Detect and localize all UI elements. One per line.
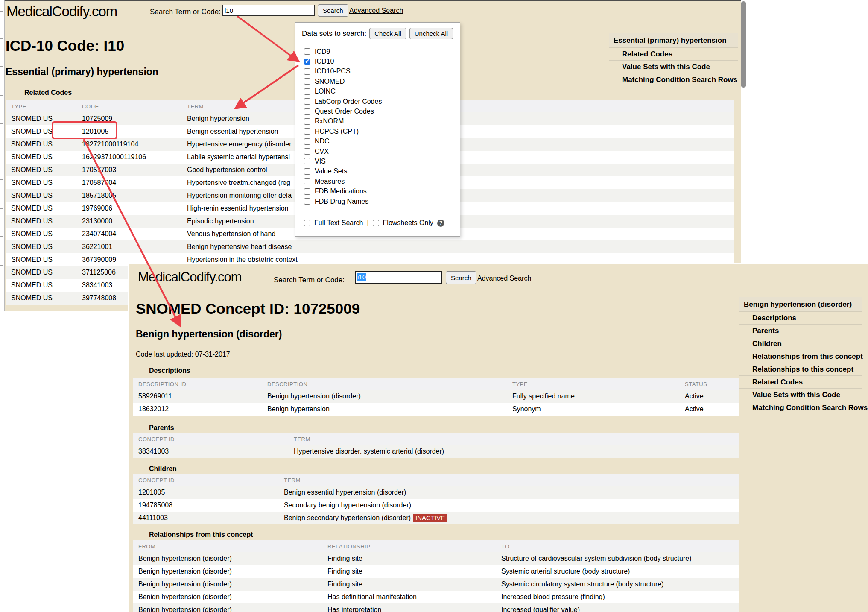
search-button[interactable]: Search xyxy=(446,271,476,284)
col-description-id: DESCRIPTION ID xyxy=(133,378,262,390)
flowsheets-only-checkbox[interactable] xyxy=(373,220,379,226)
sidebar-item[interactable]: Essential (primary) hypertension xyxy=(609,33,738,47)
cell-code[interactable]: 170587004 xyxy=(77,176,182,189)
sidebar-item[interactable]: Value Sets with this Code xyxy=(609,60,738,73)
relationships-from-legend: Relationships from this concept xyxy=(133,531,739,539)
dataset-option[interactable]: NDC xyxy=(304,137,382,146)
dataset-option-label: FDB Medications xyxy=(315,187,367,195)
dataset-option[interactable]: ICD10 xyxy=(304,56,382,66)
checkbox-icon[interactable] xyxy=(304,48,310,55)
dataset-option[interactable]: SNOMED xyxy=(304,76,382,86)
checkbox-icon[interactable] xyxy=(304,68,310,75)
cell-from: Benign hypertension (disorder) xyxy=(133,591,322,603)
inactive-badge: INACTIVE xyxy=(413,514,447,522)
check-all-button[interactable]: Check All xyxy=(369,28,406,39)
checkbox-icon[interactable] xyxy=(304,138,310,145)
checkbox-icon[interactable] xyxy=(304,168,310,175)
dataset-option-label: HCPCS (CPT) xyxy=(315,128,359,135)
cell-code[interactable]: 16229371000119106 xyxy=(77,151,182,164)
cell-concept-id[interactable]: 44111003 xyxy=(133,512,279,524)
checkbox-icon[interactable] xyxy=(304,88,310,95)
checkbox-icon[interactable] xyxy=(304,118,310,125)
parents-legend: Parents xyxy=(133,424,739,432)
sidebar-item[interactable]: Matching Condition Search Rows xyxy=(739,401,862,414)
sidebar-item[interactable]: Relationships from this concept xyxy=(739,350,862,363)
checkbox-icon[interactable] xyxy=(304,98,310,105)
cell-to: Structure of cardiovascular system subdi… xyxy=(496,552,739,565)
cell-term: Benign hypertensive heart disease xyxy=(182,240,734,253)
checkbox-icon[interactable] xyxy=(304,128,310,135)
dataset-option[interactable]: CVX xyxy=(304,146,382,156)
sidebar-item[interactable]: Value Sets with this Code xyxy=(739,388,862,401)
sidebar-item[interactable]: Related Codes xyxy=(739,375,862,388)
dataset-option[interactable]: ICD9 xyxy=(304,47,382,56)
dataset-option[interactable]: LabCorp Order Codes xyxy=(304,97,382,106)
cell-code[interactable]: 132721000119104 xyxy=(77,138,182,151)
sidebar-item[interactable]: Children xyxy=(739,337,862,350)
dropdown-footer: Full Text Search | Flowsheets Only ? xyxy=(304,219,444,227)
search-input[interactable] xyxy=(222,5,315,16)
cell-type: SNOMED US xyxy=(6,189,77,202)
advanced-search-link[interactable]: Advanced Search xyxy=(349,7,403,15)
checkbox-icon[interactable] xyxy=(304,178,310,184)
col-to: TO xyxy=(496,540,739,552)
cell-description-id: 18632012 xyxy=(133,403,262,416)
checkbox-icon[interactable] xyxy=(304,59,310,65)
uncheck-all-button[interactable]: Uncheck All xyxy=(409,28,453,39)
checkbox-icon[interactable] xyxy=(304,188,310,195)
table-row: 589269011 Benign hypertension (disorder)… xyxy=(133,390,739,403)
dataset-option[interactable]: VIS xyxy=(304,156,382,166)
table-row: Benign hypertension (disorder) Finding s… xyxy=(133,552,739,565)
site-logo[interactable]: MedicalCodify.com xyxy=(6,3,117,20)
dataset-option[interactable]: FDB Drug Names xyxy=(304,196,382,206)
dataset-option[interactable]: Measures xyxy=(304,176,382,186)
dataset-option[interactable]: LOINC xyxy=(304,87,382,97)
checkbox-icon[interactable] xyxy=(304,78,310,85)
term-text: Secondary benign hypertension (disorder) xyxy=(284,501,411,509)
dataset-option[interactable]: RxNORM xyxy=(304,117,382,126)
sidebar-item[interactable]: Parents xyxy=(739,324,862,337)
page-nav-sidebar: Benign hypertension (disorder) Descripti… xyxy=(739,297,862,414)
table-header-row: CONCEPT ID TERM xyxy=(133,474,739,486)
search-input[interactable]: i10 xyxy=(355,271,442,284)
cell-type: SNOMED US xyxy=(6,253,77,266)
checkbox-icon[interactable] xyxy=(304,198,310,205)
scrollbar-thumb[interactable] xyxy=(741,1,746,88)
cell-code[interactable]: 234074004 xyxy=(77,228,182,240)
checkbox-icon[interactable] xyxy=(304,148,310,155)
selected-search-text: i10 xyxy=(357,273,366,281)
col-status: STATUS xyxy=(680,378,739,390)
sidebar-item[interactable]: Descriptions xyxy=(739,311,862,324)
site-logo[interactable]: MedicalCodify.com xyxy=(138,269,242,285)
last-updated-text: Code last updated: 07-31-2017 xyxy=(136,351,230,358)
sidebar-item[interactable]: Matching Condition Search Rows xyxy=(609,73,738,86)
cell-code[interactable]: 19769006 xyxy=(77,202,182,215)
help-icon[interactable]: ? xyxy=(437,220,444,227)
sidebar-item[interactable]: Benign hypertension (disorder) xyxy=(739,297,862,311)
cell-code[interactable]: 1201005 xyxy=(77,125,182,138)
cell-term: Secondary benign hypertension (disorder) xyxy=(279,499,739,512)
search-button[interactable]: Search xyxy=(318,4,348,17)
cell-code[interactable]: 10725009 xyxy=(77,112,182,125)
cell-concept-id[interactable]: 38341003 xyxy=(133,445,289,458)
dataset-option[interactable]: ICD10-PCS xyxy=(304,67,382,76)
full-text-search-checkbox[interactable] xyxy=(304,220,310,226)
sidebar-item[interactable]: Related Codes xyxy=(609,47,738,60)
dataset-option[interactable]: Value Sets xyxy=(304,167,382,176)
cell-concept-id[interactable]: 1201005 xyxy=(133,486,279,499)
dataset-option[interactable]: HCPCS (CPT) xyxy=(304,126,382,136)
cell-code[interactable]: 185718005 xyxy=(77,189,182,202)
dataset-option[interactable]: Quest Order Codes xyxy=(304,106,382,116)
checkbox-icon[interactable] xyxy=(304,158,310,164)
cell-code[interactable]: 23130000 xyxy=(77,215,182,228)
cell-type: SNOMED US xyxy=(6,138,77,151)
advanced-search-link[interactable]: Advanced Search xyxy=(477,275,531,282)
checkbox-icon[interactable] xyxy=(304,108,310,115)
cell-concept-id[interactable]: 194785008 xyxy=(133,499,279,512)
cell-code[interactable]: 36221001 xyxy=(77,240,182,253)
dataset-option-label: Value Sets xyxy=(315,167,347,175)
cell-code[interactable]: 170577003 xyxy=(77,164,182,176)
sidebar-item[interactable]: Relationships to this concept xyxy=(739,363,862,375)
dataset-option-label: LOINC xyxy=(315,88,336,95)
dataset-option[interactable]: FDB Medications xyxy=(304,186,382,196)
